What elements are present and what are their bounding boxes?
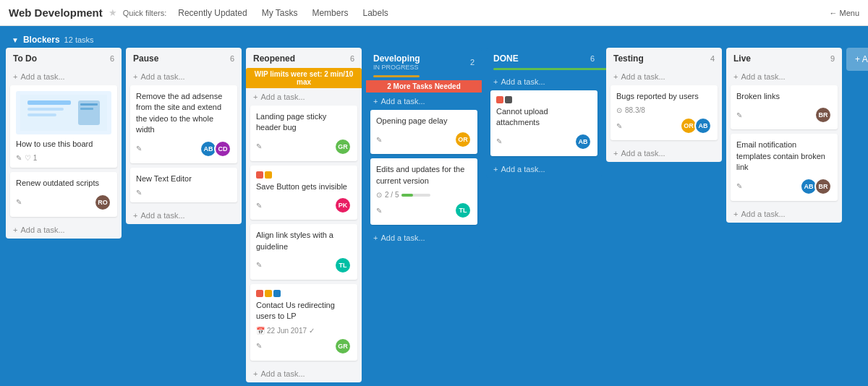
column-live-cards: Broken links ✎ BR Email notification tem… (726, 85, 842, 205)
column-todo-title: To Do (13, 53, 37, 64)
card-how-to-use[interactable]: How to use this board ✎ ♡ 1 (10, 85, 117, 168)
filter-my-tasks[interactable]: My Tasks (258, 7, 302, 20)
edit-icon: ✎ (256, 202, 262, 210)
tasks-needed-banner: 2 More Tasks Needed (366, 80, 482, 93)
add-task-live-bottom[interactable]: +Add a task... (726, 205, 842, 223)
section-toggle-blockers[interactable]: ▼ (12, 36, 19, 44)
card-footer: ✎ AB CD (136, 140, 231, 158)
add-column-button[interactable]: + Add (846, 48, 868, 71)
card-footer: ✎ GR (256, 138, 352, 155)
column-reopened-header: Reopened 6 (246, 48, 362, 68)
card-new-text-editor[interactable]: New Text Editor ✎ (130, 168, 237, 202)
card-renew-scripts[interactable]: Renew outdated scripts ✎ RO (10, 172, 117, 216)
priority-dots (256, 290, 352, 297)
card-email-notification[interactable]: Email notification templates contain bro… (731, 134, 838, 200)
edit-icon: ✎ (256, 261, 262, 269)
card-edits-updates[interactable]: Edits and updates for the current versio… (370, 158, 477, 225)
column-testing-header: Testing 4 (606, 48, 722, 68)
card-avatars: AB (574, 133, 592, 150)
edit-icon: ✎ (16, 198, 22, 206)
edit-icon: ✎ (256, 342, 262, 350)
card-footer: ✎ RO (16, 194, 111, 211)
card-footer: ✎ PK (256, 197, 352, 214)
section-blockers: ▼ Blockers 12 tasks To Do 6 +Add a task.… (6, 32, 862, 382)
card-footer: ✎ TL (376, 202, 472, 219)
section-blockers-count: 12 tasks (64, 35, 94, 44)
card-broken-links[interactable]: Broken links ✎ BR (731, 85, 838, 129)
add-task-reopened[interactable]: +Add a task... (246, 88, 362, 106)
card-footer: ✎ GR (256, 338, 352, 355)
add-task-pause-bottom[interactable]: +Add a task... (126, 207, 242, 224)
edit-icon: ✎ (736, 111, 742, 119)
svg-rect-1 (27, 100, 71, 105)
card-align-link-styles[interactable]: Align link styles with a guideline ✎ TL (250, 224, 357, 280)
priority-dots (496, 96, 592, 103)
column-reopened: Reopened 6 WIP limits were set: 2 min/10… (246, 48, 362, 382)
section-blockers-title: Blockers (23, 35, 60, 45)
card-title: Email notification templates contain bro… (736, 140, 832, 173)
column-done-count: 6 (590, 54, 595, 63)
add-task-developing[interactable]: +Add a task... (366, 93, 482, 110)
card-title: Renew outdated scripts (16, 178, 111, 189)
add-task-reopened-bottom[interactable]: +Add a task... (246, 365, 362, 382)
card-avatars: BR (814, 106, 832, 124)
add-task-todo-bottom[interactable]: +Add a task... (6, 221, 122, 239)
column-pause: Pause 6 +Add a task... Remove the ad ads… (126, 48, 242, 224)
board-wrapper: ▼ Blockers 12 tasks To Do 6 +Add a task.… (0, 26, 868, 386)
progress-icon: ⊙ (616, 106, 622, 114)
add-task-done-bottom[interactable]: +Add a task... (486, 160, 602, 178)
column-developing-title: Developing (373, 53, 420, 64)
add-task-done[interactable]: +Add a task... (486, 73, 602, 90)
dot-orange (265, 171, 272, 179)
blockers-columns-row: To Do 6 +Add a task... (6, 48, 862, 382)
column-live: Live 9 +Add a task... Broken links ✎ BR (726, 48, 842, 223)
add-task-developing-bottom[interactable]: +Add a task... (366, 229, 482, 246)
card-avatars: PK (334, 197, 352, 214)
card-remove-adsense[interactable]: Remove the ad adsense from the site and … (130, 85, 237, 163)
card-title: Broken links (736, 91, 832, 102)
card-title: Edits and updates for the current versio… (376, 164, 472, 186)
dot-red (256, 171, 263, 179)
card-cannot-upload[interactable]: Cannot upload attachments ✎ AB (490, 90, 597, 156)
card-icons: ✎ ♡ 1 (16, 154, 37, 162)
avatar: GR (334, 338, 352, 355)
header-right: ← Menu (829, 9, 859, 17)
card-footer: ✎ OR AB (616, 117, 712, 134)
card-save-button[interactable]: Save Button gets invisible ✎ PK (250, 166, 357, 220)
card-date: 📅 22 Jun 2017 ✓ (256, 327, 352, 335)
card-footer: ✎ AB BR (736, 178, 832, 195)
avatar: RO (94, 194, 111, 211)
star-icon[interactable]: ★ (109, 7, 117, 18)
card-contact-us-redirect[interactable]: Contact Us redirecting users to LP 📅 22 … (250, 284, 357, 361)
card-bugs-reported[interactable]: Bugs reported by users ⊙ 88.3/8 ✎ OR AB (610, 85, 718, 140)
avatar: CD (214, 140, 231, 158)
card-title: Align link styles with a guideline (256, 230, 352, 252)
card-avatars: OR (454, 131, 472, 148)
wip-banner-reopened: WIP limits were set: 2 min/10 max (246, 68, 362, 88)
column-live-header: Live 9 (726, 48, 842, 68)
card-landing-sticky[interactable]: Landing page sticky header bug ✎ GR (250, 106, 357, 161)
column-pause-cards: Remove the ad adsense from the site and … (126, 85, 242, 207)
card-title: Contact Us redirecting users to LP (256, 300, 352, 322)
add-task-todo-blockers[interactable]: +Add a task... (6, 68, 122, 85)
column-pause-count: 6 (230, 54, 234, 63)
card-avatars: AB CD (200, 140, 231, 158)
dot-orange (265, 290, 272, 297)
add-task-pause[interactable]: +Add a task... (126, 68, 242, 85)
card-opening-delay[interactable]: Opening page delay ✎ OR (370, 110, 477, 154)
filter-labels[interactable]: Labels (358, 7, 392, 20)
filter-members[interactable]: Members (307, 7, 352, 20)
menu-button[interactable]: ← Menu (829, 9, 859, 17)
column-developing-subtitle: IN PROGRESS (373, 64, 420, 71)
add-task-live[interactable]: +Add a task... (726, 68, 842, 85)
progress-track (401, 194, 430, 197)
calendar-icon: 📅 (256, 327, 265, 335)
column-developing-count: 2 (470, 58, 475, 67)
edit-icon: ✎ (256, 142, 262, 150)
add-task-testing[interactable]: +Add a task... (606, 68, 722, 85)
card-avatars: TL (454, 202, 472, 219)
filter-recently-updated[interactable]: Recently Updated (174, 7, 251, 20)
section-blockers-header[interactable]: ▼ Blockers 12 tasks (6, 32, 862, 48)
avatar: PK (334, 197, 352, 214)
add-task-testing-bottom[interactable]: +Add a task... (606, 145, 722, 162)
